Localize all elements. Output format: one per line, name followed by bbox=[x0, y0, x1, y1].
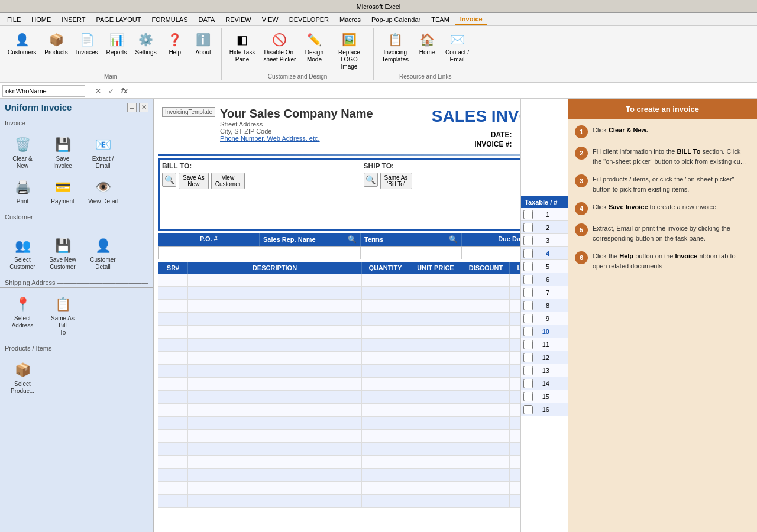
item-total-15[interactable] bbox=[510, 456, 520, 468]
menu-invoice[interactable]: Invoice bbox=[455, 14, 487, 25]
item-price-13[interactable] bbox=[409, 430, 462, 442]
item-sr-10[interactable] bbox=[158, 391, 188, 403]
item-total-16[interactable] bbox=[510, 469, 520, 481]
sales-rep-value[interactable] bbox=[260, 247, 361, 259]
item-total-17[interactable] bbox=[510, 482, 520, 494]
item-total-18[interactable] bbox=[510, 495, 520, 507]
ribbon-btn-help[interactable]: ❓ Help bbox=[162, 28, 188, 58]
ribbon-btn-contact-email[interactable]: ✉️ Contact / Email bbox=[442, 28, 472, 65]
ribbon-btn-invoicing-templates[interactable]: 📋 Invoicing Templates bbox=[378, 28, 412, 65]
ribbon-btn-about[interactable]: ℹ️ About bbox=[190, 28, 216, 58]
taxable-cb-10[interactable] bbox=[523, 327, 533, 336]
item-qty-2[interactable] bbox=[362, 287, 409, 299]
pane-btn-clear-new[interactable]: 🗑️ Clear & New bbox=[5, 132, 40, 172]
item-total-4[interactable] bbox=[510, 313, 520, 325]
terms-picker-icon[interactable]: 🔍 bbox=[449, 235, 458, 244]
item-sr-3[interactable] bbox=[158, 300, 188, 312]
item-sr-6[interactable] bbox=[158, 339, 188, 351]
item-qty-14[interactable] bbox=[362, 443, 409, 455]
item-total-6[interactable] bbox=[510, 339, 520, 351]
po-num-value[interactable] bbox=[159, 247, 260, 259]
item-price-6[interactable] bbox=[409, 339, 462, 351]
item-price-7[interactable] bbox=[409, 352, 462, 364]
item-qty-1[interactable] bbox=[362, 274, 409, 286]
formula-cancel-btn[interactable]: ✕ bbox=[93, 86, 103, 96]
item-price-8[interactable] bbox=[409, 365, 462, 377]
item-total-9[interactable] bbox=[510, 378, 520, 390]
menu-page-layout[interactable]: PAGE LAYOUT bbox=[91, 15, 145, 24]
task-pane-minimize-btn[interactable]: – bbox=[127, 103, 137, 112]
item-sr-14[interactable] bbox=[158, 443, 188, 455]
pane-btn-select-address[interactable]: 📍 SelectAddress bbox=[5, 291, 40, 339]
ship-search-icon[interactable]: 🔍 bbox=[364, 173, 378, 187]
item-sr-8[interactable] bbox=[158, 365, 188, 377]
item-total-14[interactable] bbox=[510, 443, 520, 455]
item-disc-16[interactable] bbox=[462, 469, 510, 481]
task-pane-close-btn[interactable]: ✕ bbox=[139, 103, 148, 112]
item-desc-10[interactable] bbox=[188, 391, 362, 403]
item-qty-3[interactable] bbox=[362, 300, 409, 312]
ship-to-content[interactable] bbox=[364, 192, 521, 227]
item-sr-18[interactable] bbox=[158, 495, 188, 507]
due-date-value[interactable] bbox=[462, 247, 521, 259]
pane-btn-save-invoice[interactable]: 💾 Save Invoice bbox=[45, 132, 80, 172]
item-desc-14[interactable] bbox=[188, 443, 362, 455]
item-total-13[interactable] bbox=[510, 430, 520, 442]
menu-review[interactable]: REVIEW bbox=[221, 15, 255, 24]
item-disc-6[interactable] bbox=[462, 339, 510, 351]
ribbon-btn-disable-onsheet[interactable]: 🚫 Disable On- sheet Picker bbox=[260, 28, 299, 65]
item-qty-9[interactable] bbox=[362, 378, 409, 390]
item-price-18[interactable] bbox=[409, 495, 462, 507]
ribbon-btn-home[interactable]: 🏠 Home bbox=[414, 28, 440, 58]
taxable-cb-3[interactable] bbox=[523, 236, 533, 245]
item-disc-17[interactable] bbox=[462, 482, 510, 494]
item-sr-17[interactable] bbox=[158, 482, 188, 494]
item-desc-8[interactable] bbox=[188, 365, 362, 377]
bill-search-icon[interactable]: 🔍 bbox=[162, 173, 176, 187]
item-qty-13[interactable] bbox=[362, 430, 409, 442]
menu-view[interactable]: VIEW bbox=[257, 15, 283, 24]
item-total-1[interactable] bbox=[510, 274, 520, 286]
taxable-cb-5[interactable] bbox=[523, 262, 533, 271]
item-price-16[interactable] bbox=[409, 469, 462, 481]
taxable-cb-6[interactable] bbox=[523, 275, 533, 284]
item-desc-5[interactable] bbox=[188, 326, 362, 338]
item-disc-9[interactable] bbox=[462, 378, 510, 390]
item-qty-16[interactable] bbox=[362, 469, 409, 481]
item-desc-15[interactable] bbox=[188, 456, 362, 468]
item-sr-1[interactable] bbox=[158, 274, 188, 286]
item-desc-4[interactable] bbox=[188, 313, 362, 325]
item-disc-7[interactable] bbox=[462, 352, 510, 364]
taxable-cb-1[interactable] bbox=[523, 210, 533, 219]
company-phone[interactable]: Phone Number, Web Address, etc. bbox=[220, 135, 373, 142]
item-qty-10[interactable] bbox=[362, 391, 409, 403]
item-qty-17[interactable] bbox=[362, 482, 409, 494]
menu-data[interactable]: DATA bbox=[194, 15, 220, 24]
item-qty-15[interactable] bbox=[362, 456, 409, 468]
pane-btn-customer-detail[interactable]: 👤 CustomerDetail bbox=[85, 233, 121, 273]
pane-btn-save-new-customer[interactable]: 💾 Save NewCustomer bbox=[45, 233, 80, 273]
item-disc-12[interactable] bbox=[462, 417, 510, 429]
item-price-1[interactable] bbox=[409, 274, 462, 286]
item-sr-7[interactable] bbox=[158, 352, 188, 364]
item-price-10[interactable] bbox=[409, 391, 462, 403]
item-disc-15[interactable] bbox=[462, 456, 510, 468]
item-total-12[interactable] bbox=[510, 417, 520, 429]
item-qty-5[interactable] bbox=[362, 326, 409, 338]
item-disc-4[interactable] bbox=[462, 313, 510, 325]
ribbon-btn-products[interactable]: 📦 Products bbox=[41, 28, 70, 58]
item-disc-2[interactable] bbox=[462, 287, 510, 299]
view-customer-btn[interactable]: ViewCustomer bbox=[211, 173, 245, 189]
item-qty-6[interactable] bbox=[362, 339, 409, 351]
menu-popup-calendar[interactable]: Pop-up Calendar bbox=[367, 15, 425, 24]
menu-macros[interactable]: Macros bbox=[335, 15, 365, 24]
item-price-12[interactable] bbox=[409, 417, 462, 429]
item-desc-13[interactable] bbox=[188, 430, 362, 442]
name-box[interactable] bbox=[2, 85, 85, 97]
item-sr-2[interactable] bbox=[158, 287, 188, 299]
taxable-cb-2[interactable] bbox=[523, 223, 533, 232]
item-disc-18[interactable] bbox=[462, 495, 510, 507]
pane-btn-select-product[interactable]: 📦 SelectProduc... bbox=[5, 357, 40, 397]
item-price-4[interactable] bbox=[409, 313, 462, 325]
item-desc-16[interactable] bbox=[188, 469, 362, 481]
